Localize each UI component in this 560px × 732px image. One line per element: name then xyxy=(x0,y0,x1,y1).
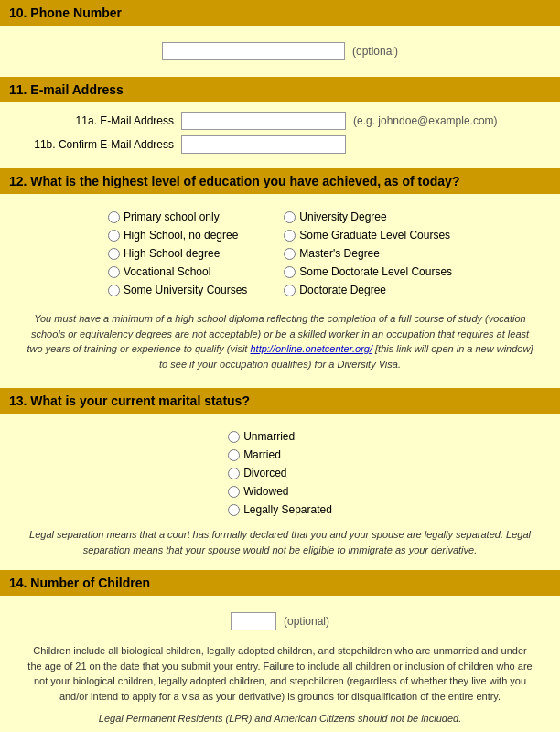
section-marital: 13. What is your current marital status?… xyxy=(0,388,560,570)
edu-option-hs-nodegree: High School, no degree xyxy=(108,229,247,242)
edu-option-hs-degree: High School degree xyxy=(108,247,247,260)
education-col2: University Degree Some Graduate Level Co… xyxy=(284,210,452,296)
marital-radio-divorced[interactable] xyxy=(228,468,240,479)
edu-option-masters: Master's Degree xyxy=(284,247,452,260)
email-11a-input[interactable] xyxy=(181,112,346,130)
edu-option-some-doctorate: Some Doctorate Level Courses xyxy=(284,265,452,278)
marital-radio-widowed[interactable] xyxy=(228,486,240,498)
edu-radio-vocational[interactable] xyxy=(108,266,120,278)
edu-radio-doctorate[interactable] xyxy=(284,285,296,296)
marital-options: Unmarried Married Divorced Widowed Legal… xyxy=(228,430,332,516)
marital-divorced: Divorced xyxy=(228,467,286,479)
section-phone-header: 10. Phone Number xyxy=(0,0,560,26)
email-11b-input[interactable] xyxy=(181,135,346,154)
edu-option-primary: Primary school only xyxy=(108,210,247,223)
email-11b-row: 11b. Confirm E-Mail Address xyxy=(27,135,533,154)
children-input[interactable] xyxy=(231,612,276,630)
edu-radio-hs-nodegree[interactable] xyxy=(108,230,120,242)
edu-option-university-degree: University Degree xyxy=(284,210,452,223)
education-info-text: You must have a minimum of a high school… xyxy=(14,304,546,379)
edu-option-some-graduate: Some Graduate Level Courses xyxy=(284,229,452,242)
children-info-text: Children include all biological children… xyxy=(14,638,546,709)
marital-legally-separated: Legally Separated xyxy=(228,503,332,516)
edu-radio-hs-degree[interactable] xyxy=(108,248,120,260)
section-email: 11. E-mail Address 11a. E-Mail Address (… xyxy=(0,77,560,168)
phone-input[interactable] xyxy=(162,42,345,60)
edu-radio-primary[interactable] xyxy=(108,211,120,223)
section-children: 14. Number of Children (optional) Childr… xyxy=(0,570,560,732)
phone-optional: (optional) xyxy=(352,45,398,58)
education-col1: Primary school only High School, no degr… xyxy=(108,210,247,296)
section-marital-header: 13. What is your current marital status? xyxy=(0,388,560,414)
email-11a-label: 11a. E-Mail Address xyxy=(27,114,174,127)
children-optional: (optional) xyxy=(284,615,329,628)
marital-radio-married[interactable] xyxy=(228,449,240,461)
onet-link[interactable]: http://online.onetcenter.org/ xyxy=(250,343,372,354)
edu-radio-university-degree[interactable] xyxy=(284,211,296,223)
section-children-header: 14. Number of Children xyxy=(0,570,560,596)
legal-separation-text: Legal separation means that a court has … xyxy=(14,523,546,561)
section-email-header: 11. E-mail Address xyxy=(0,77,560,102)
edu-radio-some-university[interactable] xyxy=(108,285,120,296)
edu-option-vocational: Vocational School xyxy=(108,265,247,278)
edu-option-doctorate: Doctorate Degree xyxy=(284,284,452,296)
edu-radio-some-doctorate[interactable] xyxy=(284,266,296,278)
marital-unmarried: Unmarried xyxy=(228,430,295,443)
lpr-text: Legal Permanent Residents (LPR) and Amer… xyxy=(14,709,546,727)
marital-widowed: Widowed xyxy=(228,485,288,498)
edu-option-some-university: Some University Courses xyxy=(108,284,247,296)
email-11a-hint: (e.g. johndoe@example.com) xyxy=(353,114,498,127)
marital-radio-legally-separated[interactable] xyxy=(228,504,240,516)
section-phone: 10. Phone Number (optional) xyxy=(0,0,560,77)
section-education: 12. What is the highest level of educati… xyxy=(0,168,560,388)
section-education-header: 12. What is the highest level of educati… xyxy=(0,168,560,194)
marital-radio-unmarried[interactable] xyxy=(228,431,240,443)
edu-radio-masters[interactable] xyxy=(284,248,296,260)
education-options: Primary school only High School, no degr… xyxy=(14,203,546,304)
email-11a-row: 11a. E-Mail Address (e.g. johndoe@exampl… xyxy=(27,112,533,130)
edu-radio-some-graduate[interactable] xyxy=(284,230,296,242)
email-11b-label: 11b. Confirm E-Mail Address xyxy=(27,138,174,151)
marital-married: Married xyxy=(228,448,281,461)
